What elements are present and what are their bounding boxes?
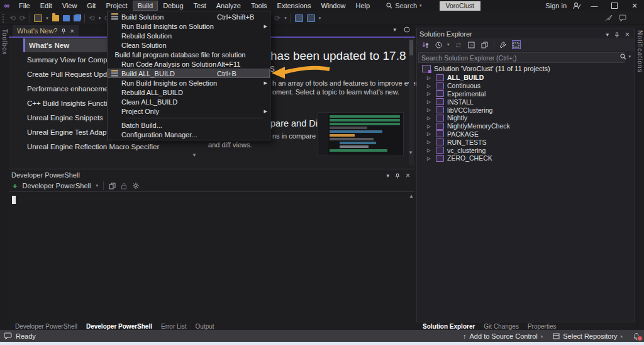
navigate-forward-icon[interactable]: ⟳ (19, 11, 26, 25)
expander-icon[interactable]: ▷ (427, 115, 436, 121)
solution-name-badge[interactable]: VoroClust (440, 1, 481, 11)
menu-bar-item[interactable]: Test (189, 1, 211, 11)
pin-icon[interactable] (614, 32, 619, 38)
build-menu-item[interactable]: Run Build Insights on Selection ▶ (108, 78, 270, 88)
properties-icon[interactable] (480, 40, 489, 49)
tab-list-dropdown-icon[interactable]: ▾ (393, 26, 396, 33)
build-menu-item[interactable]: Clean Solution ▶ (108, 40, 270, 50)
toolbar-overflow-icon[interactable]: ▾ (319, 16, 321, 21)
panel-tab[interactable]: Developer PowerShell (15, 323, 77, 330)
solution-explorer-search-input[interactable] (418, 52, 625, 63)
add-to-source-control-button[interactable]: ↑ Add to Source Control ▴ (463, 332, 543, 340)
build-menu-item[interactable]: Project Only ▶ (108, 106, 270, 116)
panel-tab[interactable]: Properties (528, 323, 557, 330)
search-control[interactable]: Search ▾ (386, 2, 421, 9)
menu-bar-item[interactable]: File (14, 1, 35, 11)
chevron-down-icon[interactable]: ▾ (447, 42, 450, 47)
whats-new-nav-item[interactable]: Unreal Engine Reflection Macro Specifier (23, 140, 207, 154)
project-tree-row[interactable]: ▷ Nightly (417, 114, 635, 122)
chevron-down-icon[interactable]: ▾ (628, 54, 631, 59)
expander-icon[interactable]: ▷ (427, 75, 436, 81)
pending-changes-filter-icon[interactable] (434, 40, 443, 49)
terminal-profile-dropdown[interactable]: Developer PowerShell (23, 182, 91, 189)
menu-bar-item[interactable]: Tools (246, 1, 272, 11)
menu-bar-item[interactable]: Edit (35, 1, 57, 11)
chevron-down-icon[interactable]: ▾ (284, 16, 287, 21)
toolbar-drag-handle[interactable] (3, 14, 6, 23)
panel-options-icon[interactable]: ▾ (606, 31, 609, 38)
expander-icon[interactable]: ▷ (427, 156, 436, 161)
feedback-icon[interactable] (619, 14, 626, 21)
scroll-up-icon[interactable]: ▲ (409, 193, 414, 199)
notifications-tab[interactable]: Notifications (636, 30, 643, 72)
close-panel-icon[interactable]: × (406, 171, 410, 180)
project-tree-row[interactable]: ▷ Experimental (417, 90, 635, 98)
copy-icon[interactable] (109, 183, 116, 189)
project-tree-row[interactable]: ▷ PACKAGE (417, 130, 635, 139)
expander-icon[interactable]: ▷ (427, 139, 436, 145)
share-icon[interactable] (605, 14, 613, 21)
restore-button[interactable] (608, 0, 621, 12)
menu-bar-item[interactable]: Extensions (272, 1, 316, 11)
search-icon[interactable] (620, 54, 626, 60)
menu-bar-item[interactable]: Build (133, 1, 158, 11)
menu-bar-item[interactable]: Help (351, 1, 375, 11)
sync-with-active-document-icon[interactable]: ⇄ (454, 40, 463, 49)
wrench-icon[interactable] (499, 40, 508, 49)
navigate-back-icon[interactable]: ⟲ (9, 11, 16, 25)
gear-icon[interactable] (132, 182, 140, 189)
lock-icon[interactable] (121, 183, 127, 189)
pin-icon[interactable] (395, 173, 400, 179)
debug-target-dropdown-icon[interactable]: ⟳ (274, 11, 280, 25)
project-tree-row[interactable]: ▷ Continuous (417, 82, 635, 90)
expander-icon[interactable]: ▷ (427, 83, 436, 89)
terminal-scrollbar[interactable]: ▲ (409, 193, 414, 319)
panel-tab[interactable]: Error List (161, 323, 187, 330)
expander-icon[interactable]: ▷ (427, 91, 436, 96)
close-button[interactable]: × (628, 0, 641, 11)
build-menu-item[interactable]: Build ALL_BUILD Ctrl+B ▶ (108, 69, 270, 78)
expander-icon[interactable]: ▷ (427, 131, 436, 137)
menu-bar-item[interactable]: Analyze (211, 1, 246, 11)
save-all-icon[interactable] (74, 15, 80, 21)
project-tree-row[interactable]: ▷ libVCClustering (417, 106, 635, 114)
terminal-cursor[interactable] (12, 196, 16, 204)
menu-bar-item[interactable]: Git (82, 1, 101, 11)
build-menu-item[interactable]: Build full program database file for sol… (108, 50, 270, 59)
collapse-all-icon[interactable] (467, 40, 476, 49)
project-tree-row[interactable]: ▷ ALL_BUILD (417, 74, 635, 82)
build-menu-item[interactable]: Run Build Insights on Solution ▶ (108, 21, 270, 31)
project-tree-row[interactable]: ▷ NightlyMemoryCheck (417, 122, 635, 130)
live-share-icon[interactable] (295, 14, 303, 22)
expander-icon[interactable]: ▷ (427, 123, 436, 129)
show-all-files-icon[interactable] (512, 40, 521, 49)
open-folder-icon[interactable] (52, 15, 59, 21)
panel-tab[interactable]: Solution Explorer (423, 323, 475, 330)
editor-options-icon[interactable] (404, 26, 410, 33)
undo-icon[interactable]: ⟲ (89, 11, 95, 25)
menu-bar-item[interactable]: Debug (158, 1, 188, 11)
build-menu-item[interactable]: Batch Build... ▶ (108, 120, 270, 130)
menu-bar-item[interactable]: Window (316, 1, 350, 11)
tab-whats-new[interactable]: What's New? × (13, 25, 79, 37)
undo-dropdown-icon[interactable]: ▾ (99, 16, 101, 21)
build-menu-item[interactable]: Build Solution Ctrl+Shift+B ▶ (108, 12, 270, 21)
sign-in-link[interactable]: Sign in (545, 2, 567, 9)
project-tree-row[interactable]: ▷ INSTALL (417, 98, 635, 106)
account-icon[interactable] (573, 2, 581, 9)
save-icon[interactable] (63, 15, 70, 21)
minimize-button[interactable]: — (587, 0, 601, 11)
build-menu-item[interactable]: Rebuild ALL_BUILD ▶ (108, 88, 270, 97)
panel-tab[interactable]: Git Changes (484, 323, 519, 330)
build-menu-item[interactable]: Configuration Manager... ▶ (108, 130, 270, 139)
build-menu-item[interactable]: Run Code Analysis on Solution Alt+F11 ▶ (108, 59, 270, 69)
build-menu-item[interactable]: ▶ (108, 116, 270, 120)
new-terminal-icon[interactable]: + (13, 181, 18, 191)
menu-bar-item[interactable]: View (57, 1, 82, 11)
pin-icon[interactable] (61, 28, 66, 34)
build-menu-item[interactable]: Rebuild Solution ▶ (108, 31, 270, 40)
expander-icon[interactable]: ▷ (427, 99, 436, 105)
panel-tab[interactable]: Output (196, 323, 214, 330)
select-repository-button[interactable]: Select Repository ▴ (553, 332, 623, 340)
panel-tab[interactable]: Developer PowerShell (86, 323, 152, 330)
